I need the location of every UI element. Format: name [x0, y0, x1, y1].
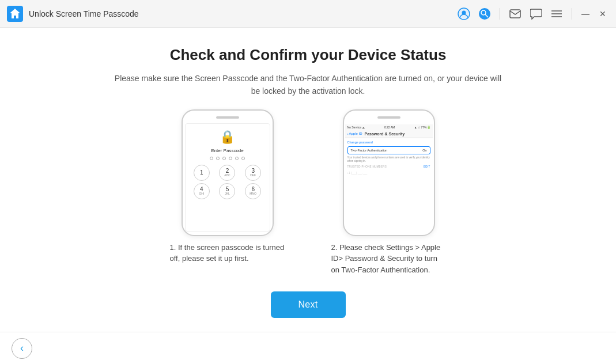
lock-icon: 🔒: [220, 130, 235, 145]
back-link-text: Apple ID: [349, 132, 362, 135]
key-4: 4GHI: [194, 183, 210, 199]
settings-status-bar: No Service ☁ 8:22 AM ▲ ☆ 77%🔋: [345, 124, 433, 130]
status-left: No Service ☁: [347, 126, 365, 129]
chat-button[interactable]: [528, 6, 544, 22]
main-content: Check and Confirm your Device Status Ple…: [0, 28, 616, 332]
separator2: [572, 8, 572, 20]
settings-illustration: No Service ☁ 8:22 AM ▲ ☆ 77%🔋 ‹ Apple ID…: [331, 109, 447, 276]
dot-6: [241, 157, 245, 160]
key-3: 3DEF: [245, 165, 261, 181]
status-right: ▲ ☆ 77%🔋: [414, 126, 430, 129]
phone-speaker: [216, 116, 239, 119]
bottom-bar: ‹: [0, 332, 616, 364]
two-factor-label: Two-Factor Authentication: [351, 149, 388, 152]
settings-nav-title: Password & Security: [365, 132, 405, 136]
mail-button[interactable]: [507, 6, 523, 22]
key-5: 5JKL: [219, 183, 235, 199]
titlebar-actions: — ✕: [456, 6, 609, 22]
phone-screen-passcode: 🔒 Enter Passcode 1 2ABC 3DEF 4: [185, 123, 270, 232]
two-factor-value: On: [422, 149, 426, 152]
illustrations: 🔒 Enter Passcode 1 2ABC 3DEF 4: [170, 109, 447, 276]
desc-text-2: 2. Please check Settings > Apple ID> Pas…: [331, 242, 447, 276]
back-link: ‹ Apple ID: [347, 132, 362, 135]
titlebar-title: Unlock Screen Time Passcode: [29, 9, 456, 18]
settings-nav: ‹ Apple ID Password & Security: [345, 130, 433, 138]
dot-1: [210, 157, 213, 160]
app-icon: [7, 6, 23, 22]
feedback-button[interactable]: [477, 6, 493, 22]
phone-placeholder: +1 (___) ___-___: [347, 172, 430, 175]
two-factor-row: Two-Factor Authentication On: [347, 146, 430, 154]
phone-frame-settings: No Service ☁ 8:22 AM ▲ ☆ 77%🔋 ‹ Apple ID…: [343, 109, 435, 236]
desc-text-1: 1. If the screen passcode is turned off,…: [170, 242, 285, 264]
next-button[interactable]: Next: [271, 291, 346, 318]
menu-button[interactable]: [549, 6, 565, 22]
minimize-button[interactable]: —: [579, 7, 592, 20]
enter-passcode-text: Enter Passcode: [211, 148, 243, 153]
change-password-link: Change password: [347, 141, 430, 144]
dot-3: [222, 157, 226, 160]
key-2: 2ABC: [219, 165, 235, 181]
key-6: 6MNO: [245, 183, 261, 199]
passcode-dots: [210, 157, 245, 160]
passcode-illustration: 🔒 Enter Passcode 1 2ABC 3DEF 4: [170, 109, 285, 264]
phone-speaker-settings: [377, 116, 400, 119]
trusted-phone-label: TRUSTED PHONE NUMBERS Edit: [347, 165, 430, 168]
settings-body: Change password Two-Factor Authenticatio…: [345, 138, 433, 178]
edit-link: Edit: [424, 165, 430, 168]
status-center: 8:22 AM: [384, 126, 395, 129]
phone-frame-passcode: 🔒 Enter Passcode 1 2ABC 3DEF 4: [182, 109, 274, 236]
dot-2: [216, 157, 220, 160]
settings-desc: Your trusted devices and phone numbers a…: [347, 156, 430, 164]
close-button[interactable]: ✕: [596, 7, 609, 20]
dot-4: [229, 157, 232, 160]
page-subtext: Please make sure the Screen Passcode and…: [112, 72, 504, 98]
svg-point-3: [479, 8, 490, 20]
next-btn-container: Next: [35, 291, 581, 318]
settings-screen: No Service ☁ 8:22 AM ▲ ☆ 77%🔋 ‹ Apple ID…: [345, 124, 433, 233]
titlebar: Unlock Screen Time Passcode: [0, 0, 616, 28]
key-1: 1: [194, 165, 210, 181]
separator: [500, 8, 500, 20]
svg-rect-6: [510, 10, 520, 18]
back-arrow-icon: ‹: [20, 342, 24, 354]
back-circle-button[interactable]: ‹: [12, 338, 32, 359]
user-account-button[interactable]: [456, 6, 472, 22]
dot-5: [235, 157, 239, 160]
keypad: 1 2ABC 3DEF 4GHI 5JKL 6MNO: [190, 165, 265, 199]
page-heading: Check and Confirm your Device Status: [170, 46, 447, 64]
